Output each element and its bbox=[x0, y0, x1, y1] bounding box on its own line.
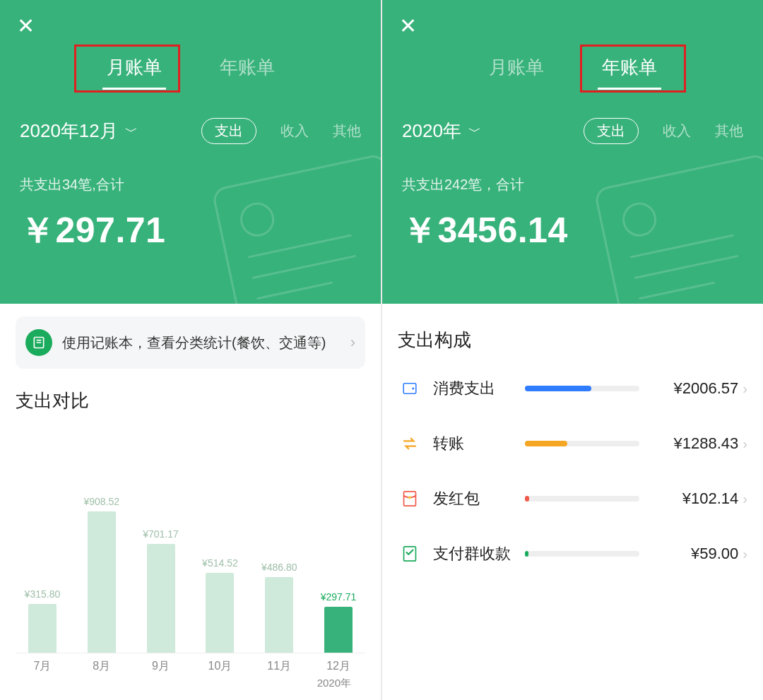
chart-bar[interactable]: ¥297.71 bbox=[317, 591, 360, 653]
category-amount: ¥2006.57 bbox=[653, 379, 738, 398]
group-icon bbox=[398, 542, 422, 566]
progress-track bbox=[525, 441, 639, 446]
ledger-promo-banner[interactable]: 使用记账本，查看分类统计(餐饮、交通等) › bbox=[16, 316, 365, 369]
bar-rect bbox=[206, 573, 234, 653]
chart-bar[interactable]: ¥486.80 bbox=[258, 562, 300, 653]
chart-bar[interactable]: ¥701.17 bbox=[140, 528, 182, 653]
category-name: 发红包 bbox=[433, 488, 511, 509]
bar-rect bbox=[324, 607, 353, 653]
bar-value-label: ¥701.17 bbox=[143, 528, 179, 540]
progress-fill bbox=[525, 386, 591, 391]
bar-rect bbox=[265, 577, 293, 653]
chart-bar[interactable]: ¥315.80 bbox=[21, 588, 64, 653]
svg-point-4 bbox=[408, 496, 411, 499]
bill-type-tabs: 月账单 年账单 bbox=[0, 0, 381, 90]
promo-text: 使用记账本，查看分类统计(餐饮、交通等) bbox=[62, 333, 326, 352]
chevron-right-icon: › bbox=[743, 491, 747, 507]
axis-tick-label: 12月 bbox=[317, 659, 360, 674]
bar-value-label: ¥315.80 bbox=[25, 588, 61, 600]
pill-other[interactable]: 其他 bbox=[715, 121, 743, 141]
period-label: 2020年12月 bbox=[20, 119, 118, 143]
decorative-card-icon bbox=[225, 170, 381, 304]
chart-bar[interactable]: ¥908.52 bbox=[81, 496, 123, 653]
category-amount: ¥1288.43 bbox=[653, 434, 738, 453]
close-icon[interactable]: ✕ bbox=[399, 16, 417, 37]
axis-tick-label: 9月 bbox=[140, 659, 182, 674]
monthly-header: ✕ 月账单 年账单 2020年12月 ﹀ 支出 收入 其他 共支出34笔,合计 bbox=[0, 0, 381, 304]
progress-fill bbox=[525, 441, 567, 446]
ledger-icon bbox=[25, 329, 52, 356]
chevron-right-icon: › bbox=[743, 381, 747, 397]
chevron-down-icon: ﹀ bbox=[468, 123, 481, 140]
yearly-pane: ✕ 月账单 年账单 2020年 ﹀ 支出 收入 其他 共支出242笔，合计 bbox=[381, 0, 763, 700]
expense-bar-chart: ¥315.80¥908.52¥701.17¥514.52¥486.80¥297.… bbox=[16, 441, 365, 653]
transfer-icon bbox=[398, 432, 422, 456]
category-name: 支付群收款 bbox=[433, 543, 511, 564]
composition-row[interactable]: 支付群收款¥59.00› bbox=[398, 526, 747, 581]
chart-year-label: 2020年 bbox=[16, 677, 365, 690]
progress-fill bbox=[525, 551, 528, 557]
tab-yearly[interactable]: 年账单 bbox=[215, 55, 279, 90]
pill-income[interactable]: 收入 bbox=[280, 121, 309, 141]
axis-tick-label: 10月 bbox=[199, 659, 241, 674]
bar-value-label: ¥514.52 bbox=[202, 557, 238, 569]
wallet-icon bbox=[398, 376, 422, 401]
yearly-header: ✕ 月账单 年账单 2020年 ﹀ 支出 收入 其他 共支出242笔，合计 bbox=[382, 0, 763, 304]
composition-row[interactable]: 转账¥1288.43› bbox=[398, 416, 747, 471]
progress-track bbox=[525, 386, 639, 391]
period-label: 2020年 bbox=[402, 119, 461, 143]
bar-rect bbox=[28, 604, 57, 653]
category-amount: ¥59.00 bbox=[653, 545, 738, 563]
bar-rect bbox=[88, 511, 116, 653]
pill-other[interactable]: 其他 bbox=[333, 121, 361, 141]
tab-monthly[interactable]: 月账单 bbox=[485, 55, 548, 90]
period-selector[interactable]: 2020年12月 ﹀ bbox=[20, 119, 138, 143]
bar-value-label: ¥297.71 bbox=[321, 591, 357, 603]
chart-x-axis: 7月8月9月10月11月12月 bbox=[16, 653, 365, 674]
axis-tick-label: 7月 bbox=[21, 659, 64, 674]
axis-tick-label: 11月 bbox=[258, 659, 300, 674]
monthly-pane: ✕ 月账单 年账单 2020年12月 ﹀ 支出 收入 其他 共支出34笔,合计 bbox=[0, 0, 381, 700]
period-selector[interactable]: 2020年 ﹀ bbox=[402, 119, 481, 143]
category-amount: ¥102.14 bbox=[653, 490, 738, 508]
composition-row[interactable]: 发红包¥102.14› bbox=[398, 471, 747, 526]
pill-income[interactable]: 收入 bbox=[663, 121, 691, 141]
composition-list: 消费支出¥2006.57›转账¥1288.43›发红包¥102.14›支付群收款… bbox=[398, 361, 747, 581]
pill-expense[interactable]: 支出 bbox=[201, 118, 256, 144]
chart-bar[interactable]: ¥514.52 bbox=[199, 557, 241, 653]
progress-fill bbox=[525, 496, 529, 502]
decorative-card-icon bbox=[608, 170, 763, 304]
chevron-right-icon: › bbox=[350, 333, 355, 352]
category-name: 消费支出 bbox=[433, 378, 511, 399]
chevron-right-icon: › bbox=[743, 546, 747, 562]
category-name: 转账 bbox=[433, 433, 511, 454]
chevron-right-icon: › bbox=[743, 436, 747, 452]
axis-tick-label: 8月 bbox=[81, 659, 123, 674]
tab-monthly[interactable]: 月账单 bbox=[102, 55, 166, 90]
composition-row[interactable]: 消费支出¥2006.57› bbox=[398, 361, 747, 416]
pill-expense[interactable]: 支出 bbox=[584, 118, 639, 144]
expense-composition-title: 支出构成 bbox=[398, 328, 747, 352]
chevron-down-icon: ﹀ bbox=[125, 123, 138, 140]
expense-compare-title: 支出对比 bbox=[16, 388, 365, 413]
bill-type-tabs: 月账单 年账单 bbox=[382, 0, 763, 90]
progress-track bbox=[525, 551, 639, 557]
bar-value-label: ¥908.52 bbox=[83, 496, 119, 507]
hongbao-icon bbox=[398, 487, 422, 511]
progress-track bbox=[525, 496, 639, 502]
svg-point-2 bbox=[412, 387, 414, 389]
tab-yearly[interactable]: 年账单 bbox=[598, 55, 661, 90]
bar-value-label: ¥486.80 bbox=[261, 562, 297, 573]
bar-rect bbox=[147, 544, 175, 653]
close-icon[interactable]: ✕ bbox=[17, 16, 35, 37]
